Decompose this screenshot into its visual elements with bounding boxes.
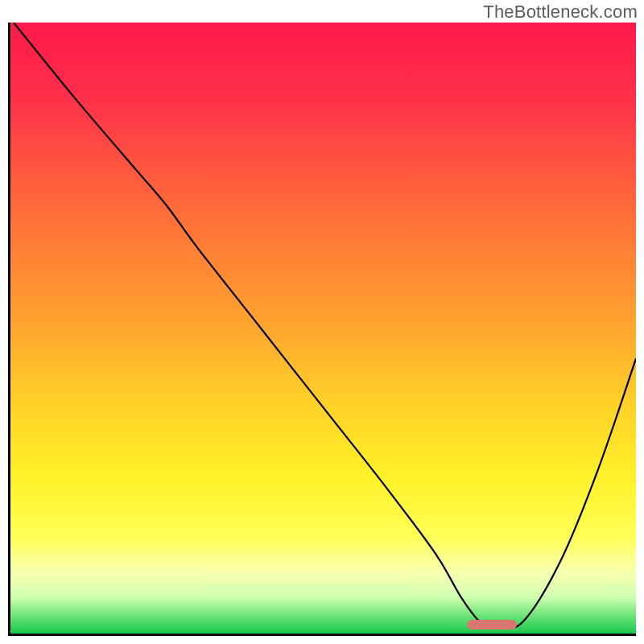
watermark-text: TheBottleneck.com (483, 2, 638, 23)
background-gradient (10, 23, 636, 634)
svg-rect-0 (10, 23, 636, 634)
chart-plot-area (8, 23, 636, 636)
optimal-range-marker (467, 620, 517, 630)
